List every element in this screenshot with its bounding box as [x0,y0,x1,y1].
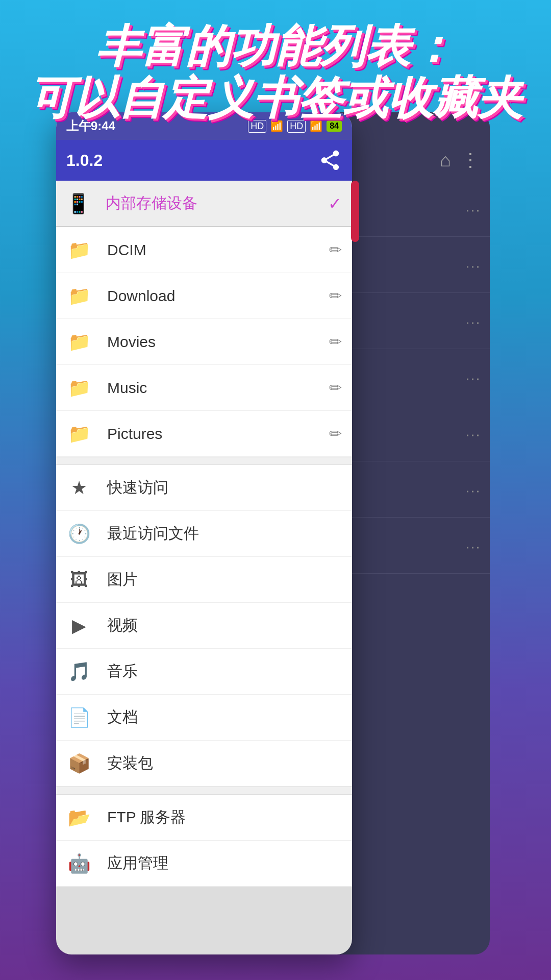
drawer: 📱 内部存储设备 ✓ 📁 DCIM ✏ 📁 Download ✏ [56,181,352,954]
dots-menu-icon[interactable]: ⋮ [465,372,482,382]
app-toolbar: 1.0.2 [56,140,352,181]
category-label: 文档 [107,707,342,728]
history-icon: 🕐 [66,523,92,545]
category-label: 安装包 [107,753,342,774]
folder-icon: 📁 [66,423,92,445]
list-item[interactable]: 📁 DCIM ✏ [56,227,352,273]
edit-icon[interactable]: ✏ [329,287,342,305]
share-button[interactable] [318,149,342,172]
more-vert-icon[interactable]: ⋮ [461,150,480,171]
list-item[interactable]: 🤖 应用管理 [56,841,352,887]
bottom-item-label: 应用管理 [107,853,342,874]
folder-icon: 📁 [66,331,92,353]
folder-label: Movies [107,333,329,351]
dots-menu-icon[interactable]: ⋮ [465,428,482,438]
list-item[interactable]: 📁 Pictures ✏ [56,411,352,457]
folder-label: Pictures [107,425,329,443]
folder-icon: 📁 [66,239,92,261]
apk-icon: 📦 [66,753,92,774]
ftp-icon: 📂 [66,807,92,828]
phone-mockup: 上午9:44 HD 📶 HD 📶 84 1.0.2 📱 内部存储设备 [56,112,352,954]
edit-icon[interactable]: ✏ [329,379,342,397]
category-label: 快速访问 [107,477,342,498]
home-icon[interactable]: ⌂ [440,150,451,171]
category-label: 图片 [107,569,342,590]
video-icon: ▶ [66,615,92,636]
promo-line1: 丰富的功能列表： [0,20,551,72]
edit-icon[interactable]: ✏ [329,333,342,351]
internal-storage-label: 内部存储设备 [106,193,328,214]
promo-line2: 可以自定义书签或收藏夹 [0,72,551,124]
edit-icon[interactable]: ✏ [329,241,342,259]
list-item[interactable]: ▶ 视频 [56,603,352,649]
edit-icon[interactable]: ✏ [329,425,342,443]
list-item[interactable]: 🎵 音乐 [56,649,352,695]
folder-icon: 📁 [66,377,92,399]
folder-icon: 📁 [66,285,92,307]
dots-menu-icon[interactable]: ⋮ [465,260,482,270]
category-label: 最近访问文件 [107,523,342,544]
list-item[interactable]: ★ 快速访问 [56,465,352,511]
checkmark-icon: ✓ [328,194,342,213]
accent-bar [351,181,359,242]
list-item[interactable]: 🕐 最近访问文件 [56,511,352,557]
list-item[interactable]: 📦 安装包 [56,741,352,787]
list-item[interactable]: 📁 Music ✏ [56,365,352,411]
dots-menu-icon[interactable]: ⋮ [465,204,482,214]
document-icon: 📄 [66,707,92,728]
android-icon: 🤖 [66,853,92,874]
image-icon: 🖼 [66,569,92,591]
dots-menu-icon[interactable]: ⋮ [465,316,482,326]
folder-label: DCIM [107,241,329,259]
folder-label: Download [107,287,329,305]
dots-menu-icon[interactable]: ⋮ [465,484,482,495]
folder-label: Music [107,379,329,397]
star-icon: ★ [66,477,92,499]
bottom-item-label: FTP 服务器 [107,807,342,828]
list-item[interactable]: 📄 文档 [56,695,352,741]
category-label: 音乐 [107,661,342,682]
section-separator [56,787,352,795]
dots-menu-icon[interactable]: ⋮ [465,541,482,551]
app-version: 1.0.2 [66,151,103,170]
category-label: 视频 [107,615,342,636]
section-separator [56,457,352,465]
internal-storage-item[interactable]: 📱 内部存储设备 ✓ [56,181,352,227]
promo-header: 丰富的功能列表： 可以自定义书签或收藏夹 [0,20,551,124]
phone-icon: 📱 [66,192,90,215]
list-item[interactable]: 📁 Movies ✏ [56,319,352,365]
list-item[interactable]: 🖼 图片 [56,557,352,603]
list-item[interactable]: 📂 FTP 服务器 [56,795,352,841]
music-icon: 🎵 [66,661,92,682]
list-item[interactable]: 📁 Download ✏ [56,273,352,319]
